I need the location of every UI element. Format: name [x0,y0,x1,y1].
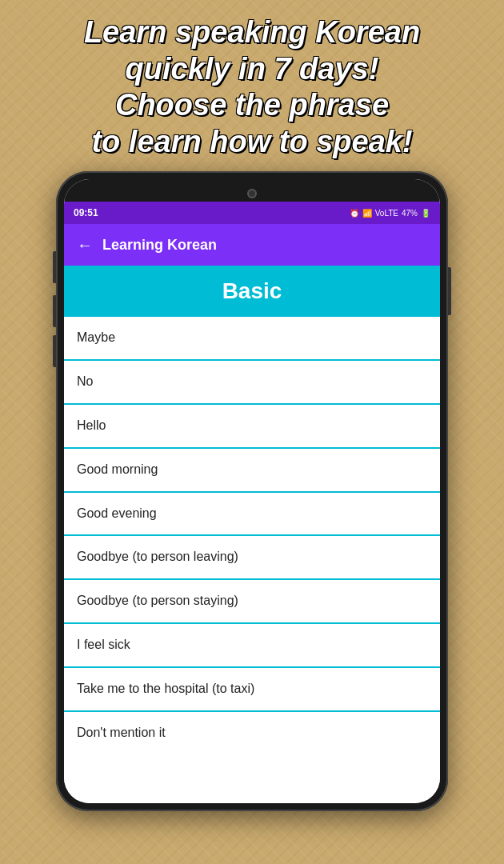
phrase-item[interactable]: Goodbye (to person leaving) [64,536,440,580]
headline-line3: Choose the phrase [115,88,389,122]
status-bar: 09:51 ⏰ 📶 VoLTE 47% 🔋 [64,202,440,224]
alarm-icon: ⏰ [350,209,359,218]
headline-line1: Learn speaking Korean [84,15,420,49]
status-right: ⏰ 📶 VoLTE 47% 🔋 [350,209,430,218]
phone-wrapper: 09:51 ⏰ 📶 VoLTE 47% 🔋 ← Learning Korean … [56,171,448,811]
phrase-item[interactable]: Good morning [64,449,440,493]
phrase-item[interactable]: I feel sick [64,624,440,668]
silent-button [53,335,56,367]
phrase-list[interactable]: MaybeNoHelloGood morningGood eveningGood… [64,317,440,803]
phrase-item[interactable]: Maybe [64,317,440,361]
phrase-item[interactable]: Take me to the hospital (to taxi) [64,668,440,712]
battery-icon: 🔋 [421,209,430,218]
headline: Learn speaking Korean quickly in 7 days!… [0,0,504,171]
phrase-item[interactable]: Hello [64,405,440,449]
phrase-item[interactable]: Good evening [64,493,440,537]
power-button [448,267,451,315]
volume-down-button [53,295,56,327]
headline-line2: quickly in 7 days! [126,52,379,86]
app-bar: ← Learning Korean [64,224,440,266]
phone-inner: 09:51 ⏰ 📶 VoLTE 47% 🔋 ← Learning Korean … [64,179,440,803]
camera [247,189,257,198]
battery-label: 47% [402,209,418,218]
phone-top-bar [64,179,440,202]
back-button[interactable]: ← [77,236,93,254]
status-time: 09:51 [74,207,98,218]
wifi-icon: 📶 [362,209,372,218]
volume-up-button [53,251,56,283]
phrase-item[interactable]: No [64,361,440,405]
section-header: Basic [64,266,440,317]
app-bar-title: Learning Korean [102,237,217,254]
phrase-item[interactable]: Goodbye (to person staying) [64,580,440,624]
section-title: Basic [222,278,282,303]
phrase-item[interactable]: Don't mention it [64,712,440,754]
signal-label: VoLTE [375,209,398,218]
headline-line4: to learn how to speak! [91,125,412,158]
